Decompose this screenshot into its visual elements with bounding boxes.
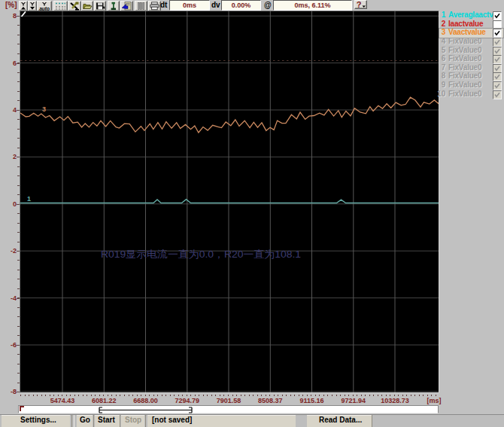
svg-text:1: 1	[27, 195, 31, 203]
svg-text:3: 3	[42, 105, 46, 113]
svg-text:R019显示电流一直为0.0，R20一直为108.1: R019显示电流一直为0.0，R20一直为108.1	[101, 249, 301, 260]
svg-text:?: ?	[357, 1, 362, 8]
